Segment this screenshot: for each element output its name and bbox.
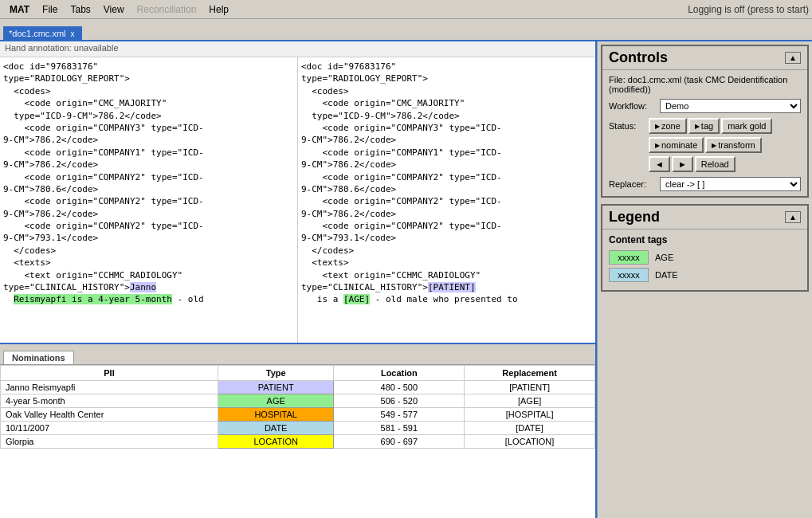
replacer-label: Replacer: [609,179,657,189]
transform-button[interactable]: ▶transform [705,137,761,153]
replacement-cell: [DATE] [465,422,595,435]
next-button[interactable]: ► [672,156,693,172]
replacement-cell: [AGE] [465,394,595,408]
nominations-table: PII Type Location Replacement Janno Reis… [0,365,595,449]
legend-title-bar: Legend ▲ [602,206,807,230]
type-cell: PATIENT [218,381,334,394]
menu-bar: MAT File Tabs View Reconciliation Help L… [0,0,812,19]
replacer-row: Replacer: clear -> [ ] [609,177,801,191]
nominations-panel: Nominations PII Type Location Replacemen… [0,343,595,518]
tag-button[interactable]: ▶tag [688,118,720,134]
controls-title-bar: Controls ▲ [602,46,807,70]
pii-cell: 10/11/2007 [1,422,218,435]
table-row[interactable]: 4-year 5-monthAGE506 - 520[AGE] [1,394,595,408]
left-panel: Hand annotation: unavailable <doc id="97… [0,41,597,518]
menu-view[interactable]: View [97,2,131,17]
legend-section: Legend ▲ Content tags xxxxx AGE xxxxx DA… [601,204,809,292]
menu-app[interactable]: MAT [3,2,36,17]
logging-status[interactable]: Logging is off (press to start) [688,4,809,15]
tab-bar: *doc1.cmc.xml x [0,19,812,41]
type-cell: LOCATION [218,435,334,449]
legend-date-row: xxxxx DATE [609,268,801,282]
table-row[interactable]: Oak Valley Health CenterHOSPITAL549 - 57… [1,408,595,422]
workflow-row: Workflow: Demo [609,99,801,113]
col-pii: PII [1,366,218,381]
pii-cell: Oak Valley Health Center [1,408,218,422]
replacer-select[interactable]: clear -> [ ] [660,177,801,191]
legend-subtitle: Content tags [609,234,801,245]
type-cell: HOSPITAL [218,408,334,422]
hand-annotation-bar: Hand annotation: unavailable [0,41,595,57]
status-row-3: ◄ ► Reload [609,156,801,172]
col-replacement: Replacement [465,366,595,381]
pii-cell: Glorpia [1,435,218,449]
status-label: Status: [609,121,649,131]
zone-button[interactable]: ▶zone [649,118,687,134]
mark-gold-button[interactable]: mark gold [721,118,772,134]
legend-title: Legend [609,209,660,226]
col-location: Location [334,366,465,381]
status-buttons-1: ▶zone ▶tag mark gold [649,118,772,134]
original-text-panel[interactable]: <doc id="97683176"type="RADIOLOGY_REPORT… [0,57,298,343]
controls-collapse-button[interactable]: ▲ [785,52,801,64]
status-buttons-2: ▶nominate ▶transform [649,137,762,153]
location-cell: 690 - 697 [334,435,465,449]
controls-body: File: doc1.cmc.xml (task CMC Deidentific… [602,70,807,196]
legend-date-label: DATE [655,270,678,280]
menu-tabs[interactable]: Tabs [64,2,96,17]
table-row[interactable]: Janno ReismyapfiPATIENT480 - 500[PATIENT… [1,381,595,394]
pii-cell: 4-year 5-month [1,394,218,408]
nominations-table-wrapper[interactable]: PII Type Location Replacement Janno Reis… [0,365,595,518]
legend-age-tag: xxxxx [609,250,649,265]
table-row[interactable]: GlorpiaLOCATION690 - 697[LOCATION] [1,435,595,449]
table-row[interactable]: 10/11/2007DATE581 - 591[DATE] [1,422,595,435]
pii-cell: Janno Reismyapfi [1,381,218,394]
legend-age-row: xxxxx AGE [609,250,801,265]
nominations-tab[interactable]: Nominations [3,351,74,364]
workflow-label: Workflow: [609,101,657,111]
controls-title: Controls [609,49,668,66]
type-cell: DATE [218,422,334,435]
location-cell: 549 - 577 [334,408,465,422]
doc-tab[interactable]: *doc1.cmc.xml x [3,26,82,40]
menu-file[interactable]: File [36,2,64,17]
status-row-2: ▶nominate ▶transform [609,137,801,153]
file-info-text: File: doc1.cmc.xml (task CMC Deidentific… [609,75,801,94]
status-row-1: Status: ▶zone ▶tag mark gold [609,118,801,134]
annotated-text-panel[interactable]: <doc id="97683176"type="RADIOLOGY_REPORT… [298,57,595,343]
file-info-row: File: doc1.cmc.xml (task CMC Deidentific… [609,75,801,94]
col-type: Type [218,366,334,381]
replacement-cell: [LOCATION] [465,435,595,449]
workflow-select[interactable]: Demo [660,99,801,113]
editor-area: <doc id="97683176"type="RADIOLOGY_REPORT… [0,57,595,343]
right-panel: Controls ▲ File: doc1.cmc.xml (task CMC … [597,41,812,518]
nominate-button[interactable]: ▶nominate [649,137,704,153]
legend-date-tag: xxxxx [609,268,649,282]
tab-label: *doc1.cmc.xml [9,29,66,38]
replacement-cell: [PATIENT] [465,381,595,394]
type-cell: AGE [218,394,334,408]
legend-age-label: AGE [655,253,673,262]
location-cell: 581 - 591 [334,422,465,435]
status-buttons-3: ◄ ► Reload [649,156,736,172]
controls-section: Controls ▲ File: doc1.cmc.xml (task CMC … [601,45,809,198]
main-layout: Hand annotation: unavailable <doc id="97… [0,41,812,518]
location-cell: 506 - 520 [334,394,465,408]
menu-reconciliation: Reconciliation [131,2,203,17]
legend-body: Content tags xxxxx AGE xxxxx DATE [602,230,807,290]
tab-close-icon[interactable]: x [69,29,76,38]
nominations-tab-bar: Nominations [0,344,595,365]
menu-help[interactable]: Help [202,2,235,17]
location-cell: 480 - 500 [334,381,465,394]
reload-button[interactable]: Reload [695,156,736,172]
prev-button[interactable]: ◄ [649,156,670,172]
legend-collapse-button[interactable]: ▲ [785,211,801,223]
replacement-cell: [HOSPITAL] [465,408,595,422]
